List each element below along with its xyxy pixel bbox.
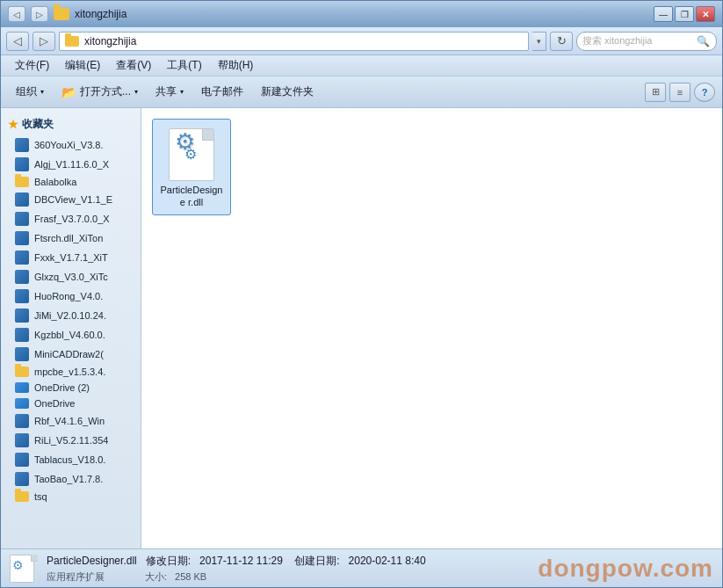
exe-icon-16 (15, 433, 29, 447)
new-folder-button[interactable]: 新建文件夹 (253, 80, 322, 104)
exe-icon-10 (15, 328, 29, 342)
exe-icon-0 (15, 138, 29, 152)
sidebar-item-9[interactable]: JiMi_V2.0.10.24. (1, 306, 141, 325)
status-file-icon: ⚙ (10, 555, 38, 583)
address-text: xitongzhijia (84, 35, 136, 47)
sidebar-label-13: OneDrive (2) (34, 382, 90, 393)
sidebar-item-11[interactable]: MiniCADDraw2( (1, 345, 141, 364)
sidebar-item-14[interactable]: OneDrive (1, 396, 141, 411)
open-label: 打开方式... (80, 84, 131, 99)
content-area: ★ 收藏夹 360YouXi_V3.8. Algj_V1.11.6.0_X Ba… (1, 108, 722, 548)
sidebar-label-3: DBCView_V1.1_E (34, 194, 112, 205)
exe-icon-17 (15, 453, 29, 467)
title-bar-left: ◁ ▷ xitongzhijia (8, 6, 127, 22)
favorites-section: ★ 收藏夹 360YouXi_V3.8. Algj_V1.11.6.0_X Ba… (1, 108, 141, 510)
sidebar-label-7: Glxzq_V3.0_XiTc (34, 272, 108, 282)
sidebar-item-16[interactable]: RiLi_V5.2.11.354 (1, 431, 141, 450)
sidebar-label-17: Tablacus_V18.0. (34, 454, 105, 465)
sidebar-label-4: Frasf_V3.7.0.0_X (34, 214, 110, 224)
search-placeholder: 搜索 xitongzhijia (582, 34, 691, 47)
sidebar-item-8[interactable]: HuoRong_V4.0. (1, 287, 141, 306)
status-type-line: 应用程序扩展 大小: 258 KB (47, 570, 529, 584)
organize-label: 组织 (16, 84, 37, 99)
refresh-button[interactable]: ↻ (550, 32, 573, 51)
sidebar-label-6: Fxxk_V1.7.1_XiT (34, 252, 108, 263)
sidebar-label-5: Ftsrch.dll_XiTon (34, 233, 103, 243)
sidebar-label-8: HuoRong_V4.0. (34, 291, 103, 301)
sidebar-item-0[interactable]: 360YouXi_V3.8. (1, 135, 141, 155)
minimize-button[interactable]: — (654, 6, 673, 22)
view-details-button[interactable]: ≡ (669, 83, 690, 102)
main-window: ◁ ▷ xitongzhijia — ❐ ✕ ◁ ▷ xitongzhijia … (0, 0, 723, 588)
sidebar-label-0: 360YouXi_V3.8. (34, 140, 104, 150)
favorites-label: 收藏夹 (22, 117, 54, 132)
watermark: dongpow.com (538, 555, 713, 583)
status-filename-value: ParticleDesigner.dll (47, 555, 137, 567)
sidebar: ★ 收藏夹 360YouXi_V3.8. Algj_V1.11.6.0_X Ba… (1, 108, 141, 548)
onedrive-icon-14 (15, 398, 29, 409)
sidebar-item-2[interactable]: Balabolka (1, 174, 141, 190)
address-dropdown[interactable]: ▾ (532, 32, 546, 51)
exe-icon-9 (15, 309, 29, 323)
status-bar: ⚙ ParticleDesigner.dll 修改日期: 2017-11-12 … (1, 548, 722, 587)
sidebar-item-5[interactable]: Ftsrch.dll_XiTon (1, 229, 141, 248)
exe-icon-6 (15, 250, 29, 265)
folder-icon-19 (15, 491, 29, 502)
close-button[interactable]: ✕ (696, 6, 715, 22)
sidebar-item-3[interactable]: DBCView_V1.1_E (1, 190, 141, 209)
title-folder-icon (54, 8, 69, 20)
search-bar[interactable]: 搜索 xitongzhijia 🔍 (576, 32, 717, 51)
sidebar-item-18[interactable]: TaoBao_V1.7.8. (1, 469, 141, 489)
menu-edit[interactable]: 编辑(E) (58, 56, 107, 75)
sidebar-label-1: Algj_V1.11.6.0_X (34, 159, 109, 170)
file-item-dll[interactable]: ⚙ ⚙ ParticleDesigne r.dll (152, 119, 231, 215)
sidebar-item-17[interactable]: Tablacus_V18.0. (1, 450, 141, 469)
sidebar-label-9: JiMi_V2.0.10.24. (34, 310, 106, 321)
sidebar-item-15[interactable]: Rbf_V4.1.6_Win (1, 411, 141, 431)
status-info: ParticleDesigner.dll 修改日期: 2017-11-12 11… (47, 554, 529, 584)
back-button[interactable]: ◁ (8, 6, 25, 22)
exe-icon-18 (15, 472, 29, 486)
sidebar-label-16: RiLi_V5.2.11.354 (34, 435, 108, 446)
sidebar-item-19[interactable]: tsq (1, 489, 141, 505)
sidebar-item-7[interactable]: Glxzq_V3.0_XiTc (1, 267, 141, 287)
menu-help[interactable]: 帮助(H) (211, 56, 261, 75)
toolbar: 组织 ▾ 📂 打开方式... ▾ 共享 ▾ 电子邮件 新建文件夹 ⊞ ≡ ? (1, 76, 722, 108)
folder-icon-2 (15, 177, 29, 187)
status-type-label: 应用程序扩展 (47, 571, 105, 582)
restore-button[interactable]: ❐ (675, 6, 694, 22)
share-button[interactable]: 共享 ▾ (148, 80, 192, 104)
view-toggle-button[interactable]: ⊞ (645, 83, 666, 102)
toolbar-right: ⊞ ≡ ? (645, 83, 715, 102)
sidebar-item-12[interactable]: mpcbe_v1.5.3.4. (1, 364, 141, 380)
onedrive-icon-13 (15, 382, 29, 393)
sidebar-item-13[interactable]: OneDrive (2) (1, 380, 141, 396)
star-icon: ★ (8, 118, 18, 131)
sidebar-item-1[interactable]: Algj_V1.11.6.0_X (1, 155, 141, 174)
status-created-value: 2020-02-11 8:40 (349, 555, 426, 567)
help-button[interactable]: ? (694, 83, 715, 102)
sidebar-item-4[interactable]: Frasf_V3.7.0.0_X (1, 209, 141, 229)
nav-forward-button[interactable]: ▷ (33, 32, 55, 51)
organize-button[interactable]: 组织 ▾ (8, 80, 52, 104)
menu-view[interactable]: 查看(V) (109, 56, 158, 75)
forward-button[interactable]: ▷ (31, 6, 48, 22)
menu-tools[interactable]: 工具(T) (160, 56, 208, 75)
address-path[interactable]: xitongzhijia (59, 32, 529, 51)
menu-file[interactable]: 文件(F) (8, 56, 56, 75)
folder-icon-12 (15, 367, 29, 377)
status-created-label: 创建日期: (294, 555, 339, 567)
status-size-value: 258 KB (175, 571, 206, 582)
exe-icon-7 (15, 270, 29, 284)
open-button[interactable]: 📂 打开方式... ▾ (54, 80, 146, 104)
dll-gear-overlay: ⚙ ⚙ (172, 130, 197, 163)
email-button[interactable]: 电子邮件 (193, 80, 251, 104)
search-icon[interactable]: 🔍 (695, 33, 711, 49)
sidebar-item-6[interactable]: Fxxk_V1.7.1_XiT (1, 248, 141, 267)
exe-icon-5 (15, 231, 29, 245)
status-gear-icon: ⚙ (12, 558, 24, 572)
exe-icon-4 (15, 212, 29, 226)
nav-back-button[interactable]: ◁ (6, 32, 29, 51)
status-filename: ParticleDesigner.dll 修改日期: 2017-11-12 11… (47, 554, 529, 569)
sidebar-item-10[interactable]: Kgzbbl_V4.60.0. (1, 325, 141, 345)
